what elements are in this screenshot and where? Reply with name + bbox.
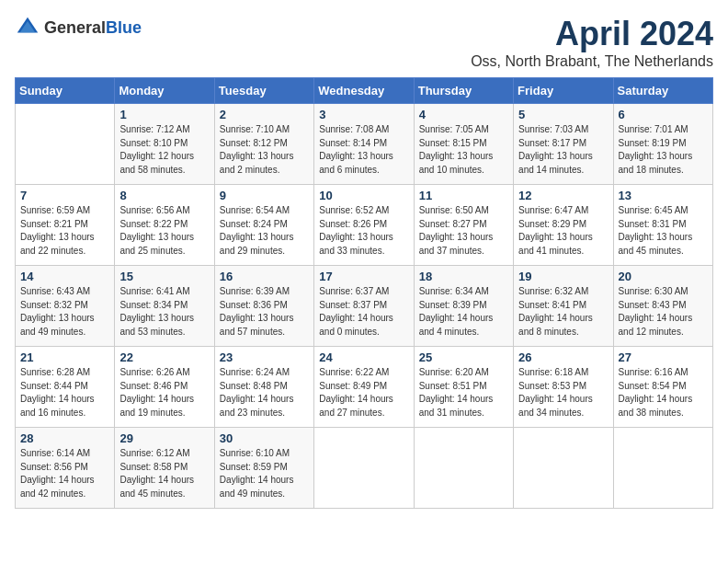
- calendar-cell: 23Sunrise: 6:24 AM Sunset: 8:48 PM Dayli…: [214, 347, 313, 428]
- calendar-cell: [414, 428, 513, 509]
- day-info: Sunrise: 7:01 AM Sunset: 8:19 PM Dayligh…: [619, 123, 708, 177]
- page-header: GeneralBlue April 2024 Oss, North Braban…: [15, 15, 713, 70]
- day-info: Sunrise: 6:43 AM Sunset: 8:32 PM Dayligh…: [20, 285, 109, 339]
- calendar-cell: 6Sunrise: 7:01 AM Sunset: 8:19 PM Daylig…: [613, 104, 712, 185]
- calendar-week-row: 7Sunrise: 6:59 AM Sunset: 8:21 PM Daylig…: [16, 185, 713, 266]
- calendar-cell: 2Sunrise: 7:10 AM Sunset: 8:12 PM Daylig…: [214, 104, 313, 185]
- day-info: Sunrise: 7:10 AM Sunset: 8:12 PM Dayligh…: [220, 123, 309, 177]
- calendar-cell: [314, 428, 414, 509]
- calendar-cell: 9Sunrise: 6:54 AM Sunset: 8:24 PM Daylig…: [214, 185, 313, 266]
- day-info: Sunrise: 7:12 AM Sunset: 8:10 PM Dayligh…: [119, 123, 209, 177]
- day-number: 3: [319, 108, 408, 121]
- calendar-table: SundayMondayTuesdayWednesdayThursdayFrid…: [15, 77, 713, 509]
- weekday-header: Thursday: [414, 78, 513, 104]
- calendar-cell: 22Sunrise: 6:26 AM Sunset: 8:46 PM Dayli…: [115, 347, 214, 428]
- calendar-cell: 3Sunrise: 7:08 AM Sunset: 8:14 PM Daylig…: [314, 104, 414, 185]
- day-number: 9: [220, 189, 309, 202]
- day-number: 20: [619, 270, 708, 283]
- day-info: Sunrise: 6:54 AM Sunset: 8:24 PM Dayligh…: [220, 204, 309, 258]
- weekday-header: Saturday: [613, 78, 712, 104]
- day-number: 14: [20, 270, 109, 283]
- day-number: 2: [220, 108, 309, 121]
- day-number: 26: [518, 350, 608, 364]
- day-info: Sunrise: 6:45 AM Sunset: 8:31 PM Dayligh…: [619, 204, 708, 258]
- day-info: Sunrise: 6:37 AM Sunset: 8:37 PM Dayligh…: [319, 285, 408, 339]
- calendar-cell: 7Sunrise: 6:59 AM Sunset: 8:21 PM Daylig…: [16, 185, 115, 266]
- logo: GeneralBlue: [15, 15, 142, 40]
- location-subtitle: Oss, North Brabant, The Netherlands: [471, 53, 713, 70]
- weekday-header: Tuesday: [214, 78, 313, 104]
- day-number: 15: [119, 270, 209, 283]
- day-number: 7: [20, 189, 109, 202]
- day-info: Sunrise: 6:20 AM Sunset: 8:51 PM Dayligh…: [419, 366, 508, 419]
- calendar-cell: [514, 428, 613, 509]
- day-info: Sunrise: 6:16 AM Sunset: 8:54 PM Dayligh…: [619, 366, 708, 419]
- day-info: Sunrise: 6:34 AM Sunset: 8:39 PM Dayligh…: [419, 285, 508, 339]
- day-number: 24: [319, 350, 408, 364]
- calendar-cell: 30Sunrise: 6:10 AM Sunset: 8:59 PM Dayli…: [214, 428, 313, 509]
- weekday-header: Friday: [514, 78, 613, 104]
- calendar-cell: 19Sunrise: 6:32 AM Sunset: 8:41 PM Dayli…: [514, 266, 613, 347]
- day-info: Sunrise: 6:24 AM Sunset: 8:48 PM Dayligh…: [220, 366, 309, 419]
- logo-text: GeneralBlue: [44, 18, 142, 38]
- day-info: Sunrise: 6:18 AM Sunset: 8:53 PM Dayligh…: [518, 366, 608, 419]
- day-info: Sunrise: 6:28 AM Sunset: 8:44 PM Dayligh…: [20, 366, 109, 419]
- day-number: 19: [518, 270, 608, 283]
- weekday-header: Wednesday: [314, 78, 414, 104]
- day-info: Sunrise: 6:22 AM Sunset: 8:49 PM Dayligh…: [319, 366, 408, 419]
- day-number: 13: [619, 189, 708, 202]
- calendar-cell: 14Sunrise: 6:43 AM Sunset: 8:32 PM Dayli…: [16, 266, 115, 347]
- day-number: 27: [619, 350, 708, 364]
- day-number: 5: [518, 108, 608, 121]
- calendar-cell: 10Sunrise: 6:52 AM Sunset: 8:26 PM Dayli…: [314, 185, 414, 266]
- day-info: Sunrise: 6:10 AM Sunset: 8:59 PM Dayligh…: [220, 447, 309, 500]
- logo-icon: [15, 15, 40, 40]
- calendar-cell: 18Sunrise: 6:34 AM Sunset: 8:39 PM Dayli…: [414, 266, 513, 347]
- day-number: 10: [319, 189, 408, 202]
- day-info: Sunrise: 6:30 AM Sunset: 8:43 PM Dayligh…: [619, 285, 708, 339]
- calendar-week-row: 28Sunrise: 6:14 AM Sunset: 8:56 PM Dayli…: [16, 428, 713, 509]
- calendar-week-row: 14Sunrise: 6:43 AM Sunset: 8:32 PM Dayli…: [16, 266, 713, 347]
- calendar-cell: 27Sunrise: 6:16 AM Sunset: 8:54 PM Dayli…: [613, 347, 712, 428]
- day-number: 11: [419, 189, 508, 202]
- calendar-cell: 11Sunrise: 6:50 AM Sunset: 8:27 PM Dayli…: [414, 185, 513, 266]
- day-number: 28: [20, 431, 109, 445]
- calendar-cell: 12Sunrise: 6:47 AM Sunset: 8:29 PM Dayli…: [514, 185, 613, 266]
- day-info: Sunrise: 6:12 AM Sunset: 8:58 PM Dayligh…: [119, 447, 209, 500]
- day-info: Sunrise: 6:59 AM Sunset: 8:21 PM Dayligh…: [20, 204, 109, 258]
- weekday-header: Monday: [115, 78, 214, 104]
- day-number: 12: [518, 189, 608, 202]
- day-info: Sunrise: 6:56 AM Sunset: 8:22 PM Dayligh…: [119, 204, 209, 258]
- day-info: Sunrise: 7:08 AM Sunset: 8:14 PM Dayligh…: [319, 123, 408, 177]
- day-number: 8: [119, 189, 209, 202]
- calendar-cell: 16Sunrise: 6:39 AM Sunset: 8:36 PM Dayli…: [214, 266, 313, 347]
- month-title: April 2024: [471, 15, 713, 53]
- calendar-cell: 1Sunrise: 7:12 AM Sunset: 8:10 PM Daylig…: [115, 104, 214, 185]
- day-number: 22: [119, 350, 209, 364]
- day-info: Sunrise: 6:32 AM Sunset: 8:41 PM Dayligh…: [518, 285, 608, 339]
- calendar-cell: 15Sunrise: 6:41 AM Sunset: 8:34 PM Dayli…: [115, 266, 214, 347]
- calendar-week-row: 21Sunrise: 6:28 AM Sunset: 8:44 PM Dayli…: [16, 347, 713, 428]
- day-info: Sunrise: 6:26 AM Sunset: 8:46 PM Dayligh…: [119, 366, 209, 419]
- day-info: Sunrise: 7:05 AM Sunset: 8:15 PM Dayligh…: [419, 123, 508, 177]
- day-number: 16: [220, 270, 309, 283]
- day-number: 4: [419, 108, 508, 121]
- calendar-cell: 13Sunrise: 6:45 AM Sunset: 8:31 PM Dayli…: [613, 185, 712, 266]
- day-number: 18: [419, 270, 508, 283]
- calendar-cell: [16, 104, 115, 185]
- calendar-cell: 5Sunrise: 7:03 AM Sunset: 8:17 PM Daylig…: [514, 104, 613, 185]
- calendar-cell: 17Sunrise: 6:37 AM Sunset: 8:37 PM Dayli…: [314, 266, 414, 347]
- day-number: 30: [220, 431, 309, 445]
- day-number: 17: [319, 270, 408, 283]
- day-info: Sunrise: 6:50 AM Sunset: 8:27 PM Dayligh…: [419, 204, 508, 258]
- day-number: 23: [220, 350, 309, 364]
- day-info: Sunrise: 6:52 AM Sunset: 8:26 PM Dayligh…: [319, 204, 408, 258]
- day-info: Sunrise: 6:39 AM Sunset: 8:36 PM Dayligh…: [220, 285, 309, 339]
- calendar-cell: 28Sunrise: 6:14 AM Sunset: 8:56 PM Dayli…: [16, 428, 115, 509]
- calendar-cell: 26Sunrise: 6:18 AM Sunset: 8:53 PM Dayli…: [514, 347, 613, 428]
- calendar-cell: 25Sunrise: 6:20 AM Sunset: 8:51 PM Dayli…: [414, 347, 513, 428]
- calendar-cell: 21Sunrise: 6:28 AM Sunset: 8:44 PM Dayli…: [16, 347, 115, 428]
- calendar-cell: 8Sunrise: 6:56 AM Sunset: 8:22 PM Daylig…: [115, 185, 214, 266]
- calendar-cell: 20Sunrise: 6:30 AM Sunset: 8:43 PM Dayli…: [613, 266, 712, 347]
- calendar-cell: 4Sunrise: 7:05 AM Sunset: 8:15 PM Daylig…: [414, 104, 513, 185]
